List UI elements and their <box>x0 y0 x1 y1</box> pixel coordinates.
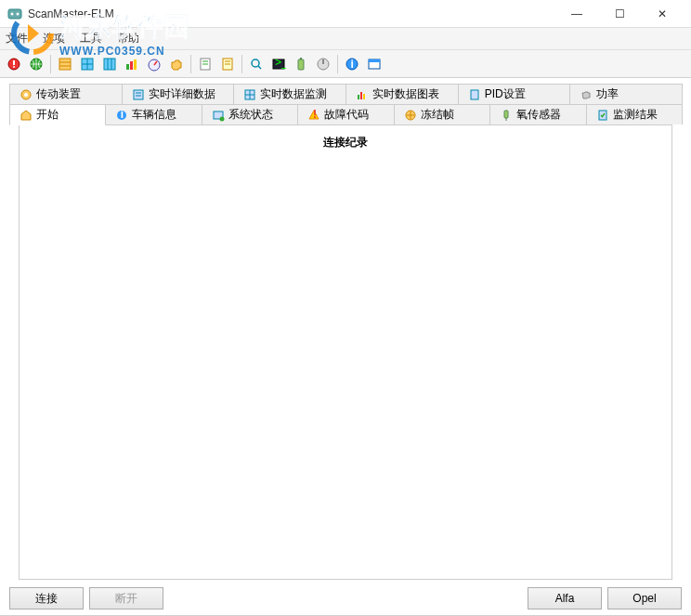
tab-system-status[interactable]: 系统状态 <box>202 104 298 125</box>
toolbar-separator <box>337 55 338 73</box>
svg-point-5 <box>13 66 15 68</box>
tab-label: 氧传感器 <box>516 107 561 123</box>
svg-rect-18 <box>134 59 137 70</box>
toolbar-window-icon[interactable] <box>364 54 385 74</box>
tab-label: 功率 <box>596 86 619 102</box>
tab-label: 实时详细数据 <box>149 86 215 102</box>
svg-text:i: i <box>121 109 124 121</box>
svg-rect-4 <box>13 60 15 65</box>
monitor-icon <box>243 88 256 101</box>
svg-rect-48 <box>360 92 362 99</box>
toolbar-search-icon[interactable] <box>246 54 267 74</box>
svg-rect-41 <box>134 90 143 99</box>
doc-icon <box>468 88 481 101</box>
tab-monitor-results[interactable]: 监测结果 <box>586 104 683 125</box>
opel-button[interactable]: Opel <box>607 587 682 609</box>
svg-point-2 <box>17 12 20 15</box>
svg-rect-47 <box>358 95 359 99</box>
tab-oxygen-sensor[interactable]: 氧传感器 <box>489 104 586 125</box>
svg-rect-16 <box>126 64 129 70</box>
maximize-button[interactable]: ☐ <box>598 0 641 28</box>
toolbar-gauge-icon[interactable] <box>144 54 164 74</box>
menu-help[interactable]: 帮助 <box>117 31 139 46</box>
tab-start[interactable]: 开始 <box>9 104 106 125</box>
results-icon <box>596 109 609 122</box>
content-heading: 连接纪录 <box>27 135 664 151</box>
tab-label: 监测结果 <box>613 107 658 123</box>
svg-line-28 <box>258 66 261 69</box>
svg-point-27 <box>252 59 259 67</box>
tab-label: 开始 <box>36 107 59 123</box>
toolbar-grid3-icon[interactable] <box>99 54 120 74</box>
svg-point-54 <box>219 116 224 121</box>
toolbar-chart-icon[interactable] <box>122 54 142 74</box>
svg-rect-38 <box>369 59 380 62</box>
svg-text:i: i <box>351 58 354 71</box>
tab-realtime-monitor[interactable]: 实时数据监测 <box>233 84 346 104</box>
svg-rect-50 <box>471 90 478 99</box>
tab-realtime-chart[interactable]: 实时数据图表 <box>346 84 459 104</box>
disconnect-button[interactable]: 断开 <box>89 587 163 609</box>
svg-rect-31 <box>298 59 304 70</box>
tab-label: 传动装置 <box>36 86 81 102</box>
list-icon <box>132 88 145 101</box>
engine-icon <box>580 88 593 101</box>
toolbar-connect-icon[interactable] <box>4 54 24 74</box>
svg-rect-57 <box>504 111 508 118</box>
minimize-button[interactable]: — <box>555 0 598 28</box>
toolbar-grid2-icon[interactable] <box>77 54 98 74</box>
toolbar-meter-icon[interactable] <box>313 54 333 74</box>
svg-rect-0 <box>8 9 21 19</box>
svg-rect-7 <box>59 59 71 70</box>
menu-file[interactable]: 文件 <box>6 31 28 46</box>
svg-rect-49 <box>363 94 365 99</box>
toolbar-globe-icon[interactable] <box>26 54 46 74</box>
window-title: ScanMaster-ELM <box>28 7 555 20</box>
svg-rect-32 <box>300 58 302 59</box>
tab-freeze-frame[interactable]: 冻结帧 <box>394 104 490 125</box>
tab-power[interactable]: 功率 <box>569 84 683 104</box>
tab-label: 实时数据监测 <box>260 86 327 102</box>
tab-transmission[interactable]: 传动装置 <box>9 84 123 104</box>
titlebar: ScanMaster-ELM — ☐ ✕ <box>0 0 691 28</box>
alfa-button[interactable]: Alfa <box>528 587 602 609</box>
toolbar: >_ i <box>0 50 691 78</box>
status-icon <box>212 109 225 122</box>
menu-options[interactable]: 选项 <box>43 31 65 46</box>
svg-rect-17 <box>130 61 133 70</box>
menu-tools[interactable]: 工具 <box>80 31 102 46</box>
tab-label: 冻结帧 <box>421 107 454 123</box>
info-icon: i <box>115 109 128 122</box>
toolbar-engine-icon[interactable] <box>166 54 187 74</box>
toolbar-separator <box>50 55 51 73</box>
app-icon <box>7 7 22 21</box>
tab-label: 系统状态 <box>228 107 273 123</box>
tab-vehicle-info[interactable]: i 车辆信息 <box>105 104 202 125</box>
content-area: 连接纪录 <box>19 125 672 580</box>
svg-text:>_: >_ <box>275 57 286 69</box>
tab-pid-settings[interactable]: PID设置 <box>458 84 571 104</box>
toolbar-grid1-icon[interactable] <box>55 54 75 74</box>
connect-button[interactable]: 连接 <box>9 587 84 609</box>
warning-icon: ! <box>307 109 320 122</box>
tab-fault-codes[interactable]: ! 故障代码 <box>297 104 394 125</box>
svg-text:!: ! <box>313 109 317 121</box>
toolbar-terminal-icon[interactable]: >_ <box>268 54 289 74</box>
gear-icon <box>20 88 33 101</box>
freeze-icon <box>404 109 417 122</box>
tabs-container: 传动装置 实时详细数据 实时数据监测 实时数据图表 PID设置 功率 开始 i <box>0 78 691 580</box>
tab-label: 故障代码 <box>324 107 369 123</box>
tab-realtime-detail[interactable]: 实时详细数据 <box>122 84 235 104</box>
toolbar-report1-icon[interactable] <box>195 54 215 74</box>
tab-label: 实时数据图表 <box>372 86 439 102</box>
close-button[interactable]: ✕ <box>641 0 684 28</box>
svg-point-1 <box>11 12 14 15</box>
tab-label: 车辆信息 <box>132 107 176 123</box>
home-icon <box>20 109 33 122</box>
button-bar: 连接 断开 Alfa Opel <box>0 580 691 615</box>
toolbar-info-icon[interactable]: i <box>342 54 362 74</box>
svg-rect-13 <box>104 59 115 70</box>
menubar: 文件 选项 工具 帮助 <box>0 28 691 50</box>
toolbar-battery-icon[interactable] <box>291 54 311 74</box>
toolbar-report2-icon[interactable] <box>217 54 238 74</box>
